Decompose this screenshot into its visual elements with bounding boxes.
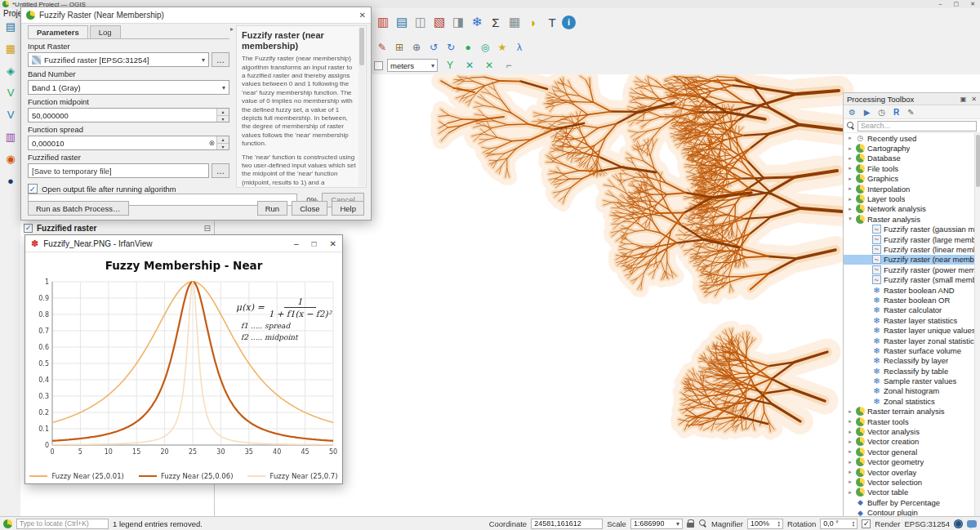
- add-layer-icon[interactable]: ◫: [412, 12, 430, 32]
- toolbox-item-fuzzify-raster-near-membership[interactable]: ~Fuzzify raster (near membership): [844, 255, 974, 265]
- toolbox-item-raster-layer-unique-values-report[interactable]: ❄Raster layer unique values report: [844, 325, 974, 335]
- spread-spinbox[interactable]: 0,000010 ⊗ ▴▾: [28, 136, 229, 150]
- clear-value-icon[interactable]: ⊗: [208, 139, 215, 147]
- toolbox-item-raster-analysis[interactable]: ▾Raster analysis: [844, 214, 974, 224]
- dialog-titlebar[interactable]: Fuzzify Raster (Near Membership) ✕: [21, 7, 371, 24]
- units-select[interactable]: meters ▾: [387, 59, 438, 72]
- chevron-collapsed-icon[interactable]: ▸: [847, 196, 853, 203]
- chevron-collapsed-icon[interactable]: ▸: [847, 429, 853, 435]
- midpoint-spinbox[interactable]: 50,000000 ▴▾: [28, 108, 229, 122]
- browse-input-button[interactable]: …: [212, 52, 229, 67]
- chevron-collapsed-icon[interactable]: ▸: [847, 408, 853, 415]
- toolbox-item-layer-tools[interactable]: ▸Layer tools: [844, 194, 974, 203]
- toolbox-item-fuzzify-raster-linear-membership[interactable]: ~Fuzzify raster (linear membership): [844, 244, 974, 254]
- chevron-collapsed-icon[interactable]: ▸: [847, 206, 853, 212]
- close-button[interactable]: Close: [292, 201, 327, 216]
- toolbox-item-vector-analysis[interactable]: ▸Vector analysis: [844, 426, 974, 436]
- menu-project[interactable]: Proje: [3, 9, 22, 18]
- layer-visibility-checkbox[interactable]: ✓: [24, 224, 33, 233]
- render-checkbox[interactable]: ✓: [862, 519, 871, 528]
- close-button[interactable]: ✕: [970, 1, 975, 7]
- toolbox-item-recently-used[interactable]: ▸◷Recently used: [844, 133, 974, 143]
- magnifier-stepper[interactable]: 100% ▴▾: [747, 519, 783, 529]
- toolbox-item-interpolation[interactable]: ▸Interpolation: [844, 184, 974, 194]
- chevron-collapsed-icon[interactable]: ▸: [847, 469, 853, 475]
- measure-icon[interactable]: Y: [442, 58, 458, 73]
- spin-down-icon[interactable]: ▾: [217, 144, 229, 150]
- toolbox-item-fuzzify-raster-power-membership[interactable]: ~Fuzzify raster (power membership): [844, 265, 974, 274]
- deselect-all-icon[interactable]: ◎: [477, 39, 493, 55]
- toolbox-scrollbar[interactable]: [974, 133, 980, 516]
- clear-measure-icon[interactable]: ✕: [461, 58, 478, 73]
- band-select[interactable]: Band 1 (Gray) ▾: [28, 80, 229, 95]
- chevron-collapsed-icon[interactable]: ▸: [847, 176, 853, 182]
- toolbox-item-raster-layer-statistics[interactable]: ❄Raster layer statistics: [844, 315, 974, 325]
- toolbox-item-vector-geometry[interactable]: ▸Vector geometry: [844, 457, 974, 467]
- coordinate-value[interactable]: 24581,161612: [531, 519, 603, 529]
- close-panel-icon[interactable]: ✕: [971, 96, 977, 103]
- minimize-button[interactable]: –: [939, 1, 942, 7]
- magnifier-lock-checkbox[interactable]: [374, 61, 383, 70]
- search-input[interactable]: [858, 121, 977, 131]
- metadata-info-icon[interactable]: i: [562, 16, 576, 29]
- toolbox-item-vector-overlay[interactable]: ▸Vector overlay: [844, 467, 974, 477]
- new-virtual-layer-icon[interactable]: ▥: [2, 128, 19, 145]
- toolbox-item-buffer-by-percentage[interactable]: ◆Buffer by Percentage: [844, 497, 974, 507]
- toolbox-item-fuzzify-raster-small-membership[interactable]: ~Fuzzify raster (small membership): [844, 274, 974, 284]
- history-icon[interactable]: ◷: [876, 107, 887, 118]
- toolbox-item-sample-raster-values[interactable]: ❄Sample raster values: [844, 376, 974, 385]
- new-bookmark-icon[interactable]: ★: [494, 39, 510, 55]
- new-report-icon[interactable]: ▧: [430, 12, 448, 32]
- toolbox-item-raster-terrain-analysis[interactable]: ▸Raster terrain analysis: [844, 407, 974, 416]
- spin-down-icon[interactable]: ▾: [853, 523, 855, 527]
- style-paint-icon[interactable]: ✎: [374, 39, 390, 55]
- collapse-help-icon[interactable]: ▸: [230, 25, 234, 33]
- toolbox-item-contour-plugin[interactable]: ◆Contour plugin: [844, 507, 974, 516]
- output-file-input[interactable]: [Save to temporary file]: [28, 163, 209, 178]
- chevron-collapsed-icon[interactable]: ▸: [847, 439, 853, 445]
- edit-in-place-icon[interactable]: ▶: [862, 107, 872, 118]
- chevron-expanded-icon[interactable]: ▾: [847, 216, 853, 222]
- chevron-collapsed-icon[interactable]: ▸: [847, 489, 853, 496]
- data-source-manager-icon[interactable]: ▦: [2, 40, 19, 56]
- maximize-button[interactable]: ▢: [954, 1, 960, 7]
- chevron-collapsed-icon[interactable]: ▸: [847, 185, 853, 192]
- open-project-icon[interactable]: ▥: [374, 12, 392, 32]
- toolbox-item-raster-boolean-or[interactable]: ❄Raster boolean OR: [844, 295, 974, 305]
- statistics-summary-icon[interactable]: Σ: [487, 12, 505, 32]
- trace-icon[interactable]: ⌐: [501, 58, 517, 73]
- select-features-icon[interactable]: ●: [460, 39, 476, 55]
- locate-input[interactable]: [16, 519, 109, 529]
- run-button[interactable]: Run: [257, 201, 287, 216]
- map-tips-icon[interactable]: ◗: [524, 12, 542, 32]
- toolbox-options-icon[interactable]: ⚙: [847, 107, 858, 118]
- toolbox-item-graphics[interactable]: ▸Graphics: [844, 174, 974, 184]
- field-calculator-icon[interactable]: λ: [511, 39, 528, 55]
- scale-select[interactable]: 1:686990 ▾: [630, 519, 683, 529]
- new-geopackage-layer-icon[interactable]: ◈: [2, 62, 19, 78]
- collapse-layer-icon[interactable]: ⊟: [204, 224, 211, 233]
- toolbox-item-vector-selection[interactable]: ▸Vector selection: [844, 477, 974, 487]
- toolbox-item-fuzzify-raster-gaussian-membership[interactable]: ~Fuzzify raster (gaussian membership): [844, 225, 974, 234]
- chevron-collapsed-icon[interactable]: ▸: [847, 135, 853, 141]
- chevron-collapsed-icon[interactable]: ▸: [847, 165, 853, 171]
- toolbox-item-database[interactable]: ▸Database: [844, 154, 974, 163]
- browser-panel-icon[interactable]: ▤: [2, 18, 19, 34]
- add-script-icon[interactable]: ✎: [906, 107, 916, 118]
- layout-manager-icon[interactable]: ◨: [449, 12, 467, 32]
- help-button[interactable]: Help: [332, 201, 364, 216]
- toolbox-item-raster-surface-volume[interactable]: ❄Raster surface volume: [844, 345, 974, 355]
- chevron-collapsed-icon[interactable]: ▸: [847, 459, 853, 465]
- chevron-collapsed-icon[interactable]: ▸: [847, 479, 853, 485]
- add-wcs-layer-icon[interactable]: ●: [2, 172, 19, 189]
- minimize-button[interactable]: –: [294, 239, 299, 248]
- toolbox-item-reclassify-by-layer[interactable]: ❄Reclassify by layer: [844, 356, 974, 366]
- spin-up-icon[interactable]: ▴: [217, 109, 229, 116]
- chevron-collapsed-icon[interactable]: ▸: [847, 448, 853, 455]
- layer-row[interactable]: ✓ Fuzzified raster ⊟: [20, 221, 214, 234]
- messages-icon[interactable]: [967, 520, 977, 528]
- lock-scale-icon[interactable]: [687, 519, 695, 528]
- tab-parameters[interactable]: Parameters: [28, 25, 88, 38]
- scrollbar-thumb[interactable]: [976, 135, 980, 187]
- spin-down-icon[interactable]: ▾: [217, 116, 229, 122]
